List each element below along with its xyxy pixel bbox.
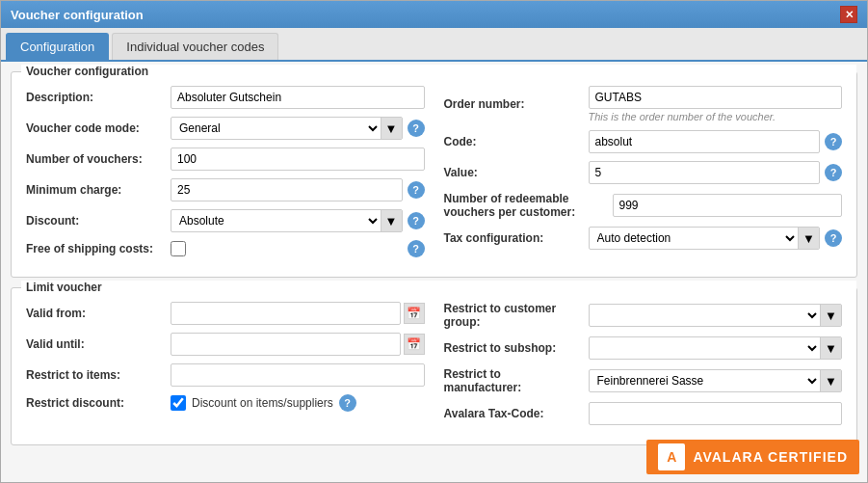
restrict-customer-label: Restrict to customer group: (444, 302, 589, 329)
avalara-text: AVALARA CERTIFIED (693, 449, 848, 465)
discount-help[interactable]: ? (408, 212, 425, 229)
value-input-wrap: ? (589, 161, 843, 184)
free-shipping-help[interactable]: ? (408, 240, 425, 257)
voucher-code-mode-select[interactable]: General Individual (171, 118, 381, 139)
restrict-manufacturer-input-wrap: Feinbrennerei Sasse ▼ (589, 369, 843, 392)
valid-from-label: Valid from: (26, 307, 171, 320)
voucher-config-legend: Voucher configuration (21, 65, 856, 78)
discount-on-items-label: Discount on items/suppliers (192, 396, 333, 410)
valid-until-label: Valid until: (26, 337, 171, 351)
discount-row: Discount: Absolute Percentage ▼ ? (26, 209, 425, 232)
valid-until-row: Valid until: 📅 (26, 333, 425, 356)
valid-from-input[interactable] (171, 302, 401, 325)
num-vouchers-input[interactable] (171, 148, 425, 171)
restrict-manufacturer-row: Restrict to manufacturer: Feinbrennerei … (444, 367, 843, 394)
voucher-code-mode-help[interactable]: ? (408, 120, 425, 137)
main-content: Voucher configuration Description: (1, 62, 867, 482)
close-button[interactable]: ✕ (840, 6, 857, 23)
tax-config-help[interactable]: ? (825, 229, 842, 247)
redeemable-input-wrap (613, 194, 843, 217)
code-row: Code: ? (444, 130, 843, 153)
redeemable-label: Number of redeemable vouchers per custom… (444, 192, 613, 219)
num-vouchers-input-wrap (171, 148, 425, 171)
avalara-logo: A (658, 443, 685, 470)
tab-individual-voucher-codes[interactable]: Individual voucher codes (112, 33, 278, 60)
voucher-code-mode-arrow[interactable]: ▼ (381, 118, 402, 139)
minimum-charge-row: Minimum charge: ? (26, 178, 425, 201)
voucher-code-mode-label: Voucher code mode: (26, 121, 171, 135)
order-number-input[interactable] (589, 86, 843, 109)
description-input[interactable] (171, 86, 425, 109)
description-label: Description: (26, 91, 171, 104)
minimum-charge-input-wrap: ? (171, 178, 425, 201)
discount-select[interactable]: Absolute Percentage (171, 210, 381, 231)
discount-input-wrap: Absolute Percentage ▼ ? (171, 209, 425, 232)
value-label: Value: (444, 166, 589, 179)
restrict-manufacturer-arrow[interactable]: ▼ (820, 370, 841, 391)
avalara-tax-code-input[interactable] (589, 402, 843, 425)
tabs-bar: Configuration Individual voucher codes (1, 28, 867, 62)
restrict-manufacturer-select[interactable]: Feinbrennerei Sasse (590, 370, 821, 391)
restrict-subshop-row: Restrict to subshop: ▼ (444, 336, 843, 360)
restrict-items-input[interactable] (171, 363, 425, 387)
avalara-tax-code-row: Avalara Tax-Code: (444, 402, 843, 425)
value-row: Value: ? (444, 161, 843, 184)
avalara-badge: A AVALARA CERTIFIED (646, 440, 859, 474)
free-shipping-checkbox[interactable] (171, 241, 186, 256)
description-input-wrap (171, 86, 425, 109)
valid-from-input-wrap: 📅 (171, 302, 425, 325)
voucher-code-mode-row: Voucher code mode: General Individual ▼ (26, 117, 425, 140)
restrict-subshop-select[interactable] (590, 337, 821, 359)
restrict-customer-select[interactable] (590, 305, 821, 326)
free-shipping-row: Free of shipping costs: ? (26, 240, 425, 257)
code-help[interactable]: ? (825, 133, 842, 150)
order-number-label: Order number: (444, 97, 589, 111)
tax-config-label: Tax configuration: (444, 231, 589, 245)
restrict-manufacturer-label: Restrict to manufacturer: (444, 367, 589, 394)
code-input-wrap: ? (589, 130, 843, 153)
description-row: Description: (26, 86, 425, 109)
minimum-charge-help[interactable]: ? (408, 181, 425, 199)
order-number-hint: This is the order number of the voucher. (589, 111, 843, 122)
voucher-code-mode-input-wrap: General Individual ▼ ? (171, 117, 425, 140)
limit-right-column: Restrict to customer group: ▼ Restrict t… (444, 302, 843, 433)
num-vouchers-label: Number of vouchers: (26, 152, 171, 166)
redeemable-input[interactable] (613, 194, 843, 217)
restrict-discount-checkbox[interactable] (171, 395, 186, 411)
value-help[interactable]: ? (825, 164, 842, 181)
avalara-tax-code-label: Avalara Tax-Code: (444, 407, 589, 420)
valid-from-row: Valid from: 📅 (26, 302, 425, 325)
tax-config-arrow[interactable]: ▼ (798, 228, 819, 249)
valid-until-input[interactable] (171, 333, 401, 356)
restrict-discount-row: Restrict discount: Discount on items/sup… (26, 394, 425, 412)
value-input[interactable] (589, 161, 821, 184)
code-input[interactable] (589, 130, 821, 153)
restrict-discount-help[interactable]: ? (339, 394, 356, 412)
voucher-config-section: Voucher configuration Description: (11, 71, 857, 278)
tax-config-row: Tax configuration: Auto detection Manual… (444, 227, 843, 250)
restrict-items-input-wrap (171, 363, 425, 387)
left-column: Description: Voucher code mode: (26, 86, 425, 265)
restrict-discount-input-wrap: Discount on items/suppliers ? (171, 394, 425, 412)
redeemable-row: Number of redeemable vouchers per custom… (444, 192, 843, 219)
restrict-subshop-arrow[interactable]: ▼ (820, 337, 841, 359)
restrict-items-row: Restrict to items: (26, 363, 425, 387)
valid-until-input-wrap: 📅 (171, 333, 425, 356)
order-number-row: Order number: This is the order number o… (444, 86, 843, 122)
order-number-input-wrap: This is the order number of the voucher. (589, 86, 843, 122)
valid-from-calendar[interactable]: 📅 (404, 303, 425, 324)
restrict-subshop-label: Restrict to subshop: (444, 341, 589, 355)
right-column: Order number: This is the order number o… (444, 86, 843, 265)
tab-configuration[interactable]: Configuration (6, 33, 109, 60)
discount-arrow[interactable]: ▼ (381, 210, 402, 231)
valid-until-calendar[interactable]: 📅 (404, 334, 425, 355)
num-vouchers-row: Number of vouchers: (26, 148, 425, 171)
title-bar: Voucher configuration ✕ (1, 1, 867, 28)
tax-config-select[interactable]: Auto detection Manual (590, 228, 799, 249)
restrict-discount-label: Restrict discount: (26, 396, 171, 410)
restrict-subshop-input-wrap: ▼ (589, 336, 843, 360)
limit-voucher-section: Limit voucher Valid from: 📅 (11, 287, 857, 445)
restrict-customer-arrow[interactable]: ▼ (820, 305, 841, 326)
restrict-customer-row: Restrict to customer group: ▼ (444, 302, 843, 329)
minimum-charge-input[interactable] (171, 178, 403, 201)
